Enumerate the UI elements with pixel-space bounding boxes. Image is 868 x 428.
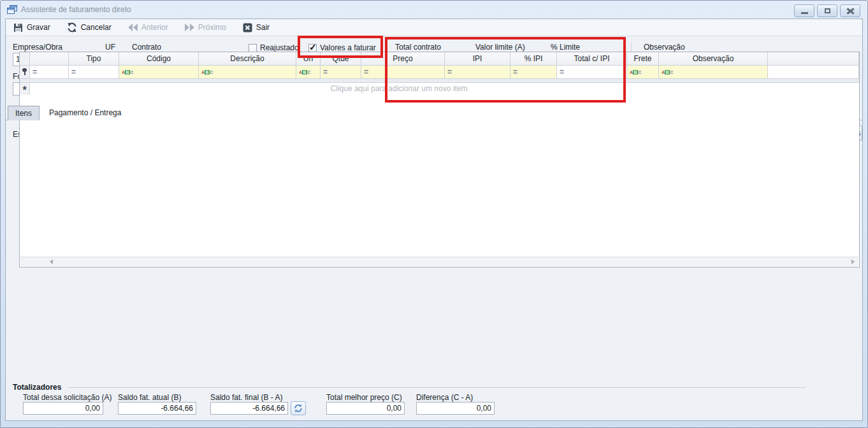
new-item-cell[interactable]: Clique aqui para adicionar um novo item <box>30 83 768 96</box>
exit-button[interactable]: Sair <box>243 23 270 32</box>
saldo-fat-final-field[interactable]: -6.664,66 <box>210 402 288 415</box>
saldo-fat-atual-label: Saldo fat. atual (B) <box>118 393 181 402</box>
equals-filter-icon <box>560 68 564 76</box>
saldo-fat-atual-field[interactable]: -6.664,66 <box>118 402 196 415</box>
contrato-label: Contrato <box>132 43 161 52</box>
grid-column-header[interactable]: Un <box>296 52 321 66</box>
tab-itens-label: Itens <box>15 109 32 118</box>
save-label: Gravar <box>27 23 50 32</box>
tab-pagamento-entrega[interactable]: Pagamento / Entrega <box>42 106 128 120</box>
grid-filter-cell[interactable] <box>30 66 69 79</box>
grid-column-header[interactable]: Frete <box>627 52 659 66</box>
cancel-button[interactable]: Cancelar <box>67 22 112 32</box>
grid-filter-cell[interactable] <box>510 66 557 79</box>
abc-filter-icon <box>299 68 310 76</box>
toolbar: Gravar Cancelar Anterior Próximo <box>6 19 862 36</box>
reajustado-label: Reajustado <box>260 43 299 52</box>
totalizadores-title: Totalizadores <box>13 383 61 392</box>
grid-new-item-row[interactable]: Clique aqui para adicionar um novo item <box>20 83 859 96</box>
saldo-fat-atual-value: -6.664,66 <box>161 404 193 413</box>
new-row-indicator <box>20 83 30 96</box>
previous-label: Anterior <box>141 23 168 32</box>
grid-filter-cell[interactable] <box>69 66 119 79</box>
tab-itens[interactable]: Itens <box>8 106 40 120</box>
grid-filter-cell[interactable] <box>445 66 510 79</box>
grid-column-header[interactable]: Descrição <box>199 52 296 66</box>
previous-button: Anterior <box>128 23 168 32</box>
recalculate-totals-button[interactable] <box>291 401 306 415</box>
total-solicitacao-field[interactable]: 0,00 <box>23 402 103 415</box>
maximize-button[interactable] <box>817 4 837 17</box>
equals-filter-icon <box>513 68 517 76</box>
scroll-right-icon[interactable] <box>851 259 855 264</box>
diferenca-label: Diferença (C - A) <box>416 393 473 402</box>
valores-a-faturar-checkbox[interactable]: Valores a faturar <box>308 43 376 52</box>
items-grid: TipoCódigoDescriçãoUnQtdePreçoIPI% IPITo… <box>19 52 860 268</box>
grid-column-header[interactable]: Observação <box>659 52 768 66</box>
new-row-tail <box>768 83 859 96</box>
grid-header-row: TipoCódigoDescriçãoUnQtdePreçoIPI% IPITo… <box>20 52 859 66</box>
minimize-button[interactable] <box>794 4 814 17</box>
cancel-refresh-icon <box>67 22 77 32</box>
scroll-left-icon[interactable] <box>50 259 53 264</box>
grid-filter-cell[interactable] <box>199 66 296 79</box>
checkbox-box <box>308 44 317 52</box>
exit-label: Sair <box>256 23 270 32</box>
grid-column-header[interactable]: Código <box>119 52 199 66</box>
save-button[interactable]: Gravar <box>13 23 50 32</box>
grid-filter-cell[interactable] <box>119 66 199 79</box>
totalizadores-section: Totalizadores Total dessa solicitação (A… <box>6 380 862 421</box>
total-melhor-preco-value: 0,00 <box>387 404 401 413</box>
empresa-obra-label: Empresa/Obra <box>13 43 62 52</box>
grid-column-header[interactable]: Tipo <box>69 52 119 66</box>
grid-column-header[interactable]: % IPI <box>510 52 557 66</box>
grid-filter-cell[interactable] <box>296 66 321 79</box>
saldo-fat-final-value: -6.664,66 <box>252 404 285 413</box>
equals-filter-icon <box>323 68 328 76</box>
grid-column-header[interactable]: Total c/ IPI <box>557 52 627 66</box>
refresh-icon <box>294 404 303 413</box>
equals-filter-icon <box>33 68 37 76</box>
reajustado-checkbox[interactable]: Reajustado <box>249 43 299 52</box>
diferenca-field[interactable]: 0,00 <box>416 402 495 415</box>
exit-icon <box>243 23 252 32</box>
total-melhor-preco-label: Total melhor preço (C) <box>326 393 402 402</box>
grid-column-header-blank[interactable] <box>30 52 69 66</box>
grid-filter-cell[interactable] <box>659 66 768 79</box>
tab-pagamento-entrega-label: Pagamento / Entrega <box>49 108 121 117</box>
minimize-icon <box>801 12 808 14</box>
window-title: Assistente de faturamento direto <box>21 5 131 14</box>
equals-filter-icon <box>364 68 368 76</box>
titlebar: Assistente de faturamento direto <box>2 1 866 18</box>
grid-filter-cell[interactable] <box>321 66 361 79</box>
saldo-fat-final-label: Saldo fat. final (B - A) <box>210 393 282 402</box>
checkbox-box <box>249 44 257 52</box>
next-button: Próximo <box>185 23 226 32</box>
equals-filter-icon <box>71 68 76 76</box>
save-icon <box>13 23 23 32</box>
grid-body <box>20 95 859 257</box>
grid-column-header-blank <box>20 52 30 66</box>
valor-limite-label: Valor limite (A) <box>475 43 525 52</box>
grid-column-header-blank[interactable] <box>768 52 859 66</box>
window-controls <box>794 4 860 17</box>
total-contrato-label: Total contrato <box>395 43 441 52</box>
next-label: Próximo <box>198 23 226 32</box>
grid-filter-row <box>20 66 859 79</box>
asterisk-icon <box>22 83 26 95</box>
grid-column-header[interactable]: IPI <box>445 52 510 66</box>
cancel-label: Cancelar <box>81 23 112 32</box>
grid-filter-cell[interactable] <box>557 66 627 79</box>
grid-filter-cell[interactable] <box>361 66 445 79</box>
grid-column-header[interactable]: Preço <box>361 52 445 66</box>
grid-filter-cell[interactable] <box>627 66 659 79</box>
grid-filter-cell[interactable] <box>768 66 859 79</box>
grid-horizontal-scrollbar[interactable] <box>20 257 858 266</box>
grid-column-header[interactable]: Qtde <box>321 52 361 66</box>
total-melhor-preco-field[interactable]: 0,00 <box>326 402 405 415</box>
close-button[interactable] <box>840 4 860 17</box>
app-icon <box>7 5 17 15</box>
filter-pin-icon <box>22 68 27 76</box>
maximize-icon <box>825 8 830 13</box>
total-solicitacao-label: Total dessa solicitação (A) <box>23 393 112 402</box>
